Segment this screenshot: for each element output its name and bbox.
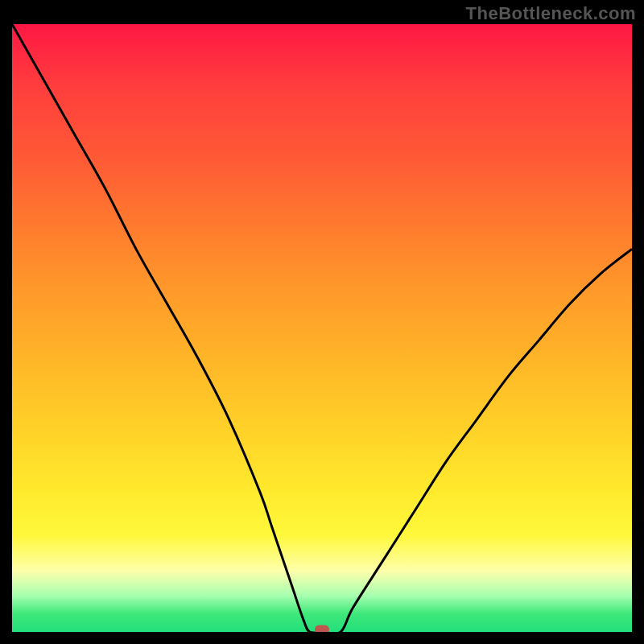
bottleneck-curve	[12, 24, 632, 632]
curve-path	[12, 24, 632, 632]
optimal-point-marker	[315, 625, 329, 633]
watermark-text: TheBottleneck.com	[466, 3, 636, 24]
plot-area	[12, 24, 632, 632]
chart-frame: TheBottleneck.com	[0, 0, 644, 644]
